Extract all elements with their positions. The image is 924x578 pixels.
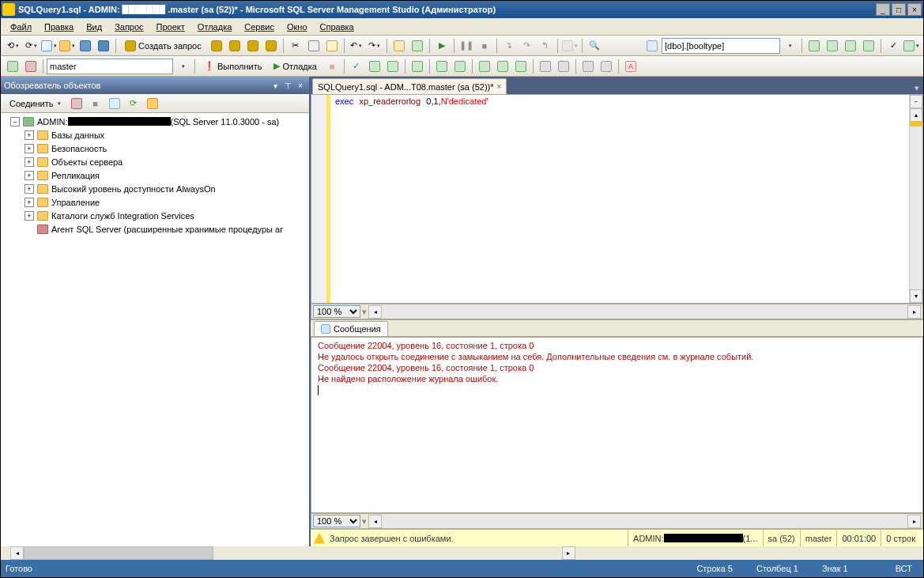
database-combo-drop[interactable]: ▾: [174, 58, 191, 75]
expander-icon[interactable]: +: [25, 157, 34, 167]
scroll-up-icon[interactable]: ▴: [910, 108, 922, 122]
dmx-query-button[interactable]: [244, 37, 262, 55]
sql-editor[interactable]: exec xp_readerrorlog 0,1,N'dedicated' − …: [311, 94, 923, 304]
results-to-text-button[interactable]: [476, 58, 493, 75]
panel-dropdown-icon[interactable]: ▾: [270, 80, 281, 91]
close-button[interactable]: ×: [907, 3, 922, 16]
menu-debug[interactable]: Отладка: [191, 21, 238, 33]
redo-button[interactable]: ↷▾: [366, 37, 383, 55]
estimated-plan-button[interactable]: [366, 58, 383, 75]
save-button[interactable]: [77, 37, 94, 55]
open-button[interactable]: ▾: [58, 37, 76, 55]
tab-overflow-dropdown[interactable]: ▾: [911, 81, 923, 94]
saveall-button[interactable]: [95, 37, 112, 55]
copy-button[interactable]: [305, 37, 322, 55]
panel-close-icon[interactable]: ×: [295, 80, 306, 91]
stop-oe-button[interactable]: ■: [87, 95, 104, 112]
expander-icon[interactable]: +: [25, 144, 34, 153]
step-over-button[interactable]: ↷: [519, 37, 536, 55]
forward-button[interactable]: ⟳▾: [22, 37, 40, 55]
scroll-left-icon[interactable]: ◂: [368, 305, 382, 319]
activity-monitor-button[interactable]: [390, 37, 408, 55]
mdx-query-button[interactable]: [226, 37, 243, 55]
menu-edit[interactable]: Правка: [38, 21, 80, 33]
add-table-button[interactable]: ▾: [903, 37, 920, 55]
continue-button[interactable]: ▶: [433, 37, 451, 55]
expander-icon[interactable]: +: [25, 211, 34, 221]
decrease-indent-button[interactable]: [579, 58, 597, 75]
scroll-left-icon[interactable]: ◂: [10, 546, 24, 560]
schema-combo[interactable]: [662, 38, 780, 54]
comment-button[interactable]: [537, 58, 554, 75]
expander-icon[interactable]: +: [25, 171, 34, 180]
expander-icon[interactable]: +: [25, 184, 34, 194]
cut-button[interactable]: ✂: [287, 37, 304, 55]
tree-node-management[interactable]: + Управление: [1, 195, 309, 209]
messages-hscrollbar[interactable]: ◂ ▸: [368, 515, 921, 528]
step-out-button[interactable]: ↰: [537, 37, 554, 55]
editor-vscrollbar[interactable]: − ▴ ▾: [909, 95, 922, 303]
query-options-button[interactable]: [384, 58, 402, 75]
menu-window[interactable]: Окно: [281, 21, 314, 33]
editor-hscrollbar[interactable]: ◂ ▸: [368, 305, 921, 319]
minimize-button[interactable]: _: [876, 3, 890, 16]
tree-node-security[interactable]: + Безопасность: [1, 142, 309, 155]
expander-icon[interactable]: +: [25, 198, 34, 207]
scroll-thumb[interactable]: [24, 546, 213, 560]
menu-view[interactable]: Вид: [80, 21, 108, 33]
scroll-right-icon[interactable]: ▸: [562, 546, 575, 560]
profiler-button[interactable]: [409, 37, 426, 55]
template-params-button[interactable]: A: [622, 58, 639, 75]
disconnect-oe-button[interactable]: [68, 95, 85, 112]
disconnect-button[interactable]: [22, 58, 40, 75]
window-layout-button[interactable]: ▾: [561, 37, 579, 55]
object-explorer-tree[interactable]: − ADMIN: (SQL Server 11.0.3000 - sa) + Б…: [1, 113, 309, 546]
menu-file[interactable]: Файл: [4, 21, 38, 33]
undo-button[interactable]: ↶▾: [348, 37, 365, 55]
filter-oe-button[interactable]: [106, 95, 123, 112]
back-button[interactable]: ⟲▾: [4, 37, 21, 55]
new-query-button[interactable]: Создать запрос: [119, 37, 207, 55]
execute-button[interactable]: ❗Выполнить: [198, 58, 267, 75]
verify-button[interactable]: ✓: [884, 37, 902, 55]
parse-button[interactable]: ✓: [348, 58, 365, 75]
diagram-pane-button[interactable]: [805, 37, 823, 55]
uncomment-button[interactable]: [555, 58, 572, 75]
tab-close-icon[interactable]: ×: [497, 82, 502, 91]
tree-node-alwayson[interactable]: + Высокий уровень доступности AlwaysOn: [1, 182, 309, 195]
step-into-button[interactable]: ↴: [500, 37, 518, 55]
scroll-left-icon[interactable]: ◂: [368, 515, 382, 528]
maximize-button[interactable]: □: [892, 3, 906, 16]
menu-service[interactable]: Сервис: [238, 21, 281, 33]
scroll-right-icon[interactable]: ▸: [907, 515, 921, 528]
connect-button[interactable]: [4, 58, 21, 75]
connect-dropdown[interactable]: Соединить ▾: [4, 95, 66, 112]
client-stats-button[interactable]: [451, 58, 469, 75]
code-content[interactable]: exec xp_readerrorlog 0,1,N'dedicated': [330, 95, 909, 303]
tree-node-replication[interactable]: + Репликация: [1, 168, 309, 182]
messages-pane[interactable]: Сообщение 22004, уровень 16, состояние 1…: [311, 337, 923, 513]
panel-pin-icon[interactable]: ⊤: [282, 80, 293, 91]
find-button[interactable]: 🔍: [586, 37, 603, 55]
messages-tab[interactable]: Сообщения: [314, 321, 388, 337]
schema-combo-drop[interactable]: ▾: [781, 37, 798, 55]
document-tab[interactable]: SQLQuery1.sql - ADM...T08.master (sa (52…: [312, 78, 507, 94]
mdi-hscrollbar[interactable]: ◂ ▸: [1, 546, 923, 560]
scroll-right-icon[interactable]: ▸: [907, 305, 921, 319]
paste-button[interactable]: [323, 37, 341, 55]
tree-node-server[interactable]: − ADMIN: (SQL Server 11.0.3000 - sa): [1, 115, 309, 128]
break-all-button[interactable]: ❚❚: [458, 37, 475, 55]
editor-zoom-combo[interactable]: 100 %: [313, 305, 360, 318]
messages-zoom-combo[interactable]: 100 %: [313, 515, 360, 527]
cancel-query-button[interactable]: ■: [323, 58, 341, 75]
search-oe-button[interactable]: [144, 95, 161, 112]
menu-help[interactable]: Справка: [314, 21, 360, 33]
tree-node-databases[interactable]: + Базы данных: [1, 128, 309, 142]
expander-icon[interactable]: −: [10, 117, 20, 127]
expander-icon[interactable]: +: [25, 130, 34, 140]
new-project-button[interactable]: ▾: [40, 37, 58, 55]
results-to-grid-button[interactable]: [494, 58, 511, 75]
stop-debug-button[interactable]: ■: [476, 37, 493, 55]
tree-node-server-objects[interactable]: + Объекты сервера: [1, 155, 309, 168]
xmla-query-button[interactable]: [262, 37, 280, 55]
